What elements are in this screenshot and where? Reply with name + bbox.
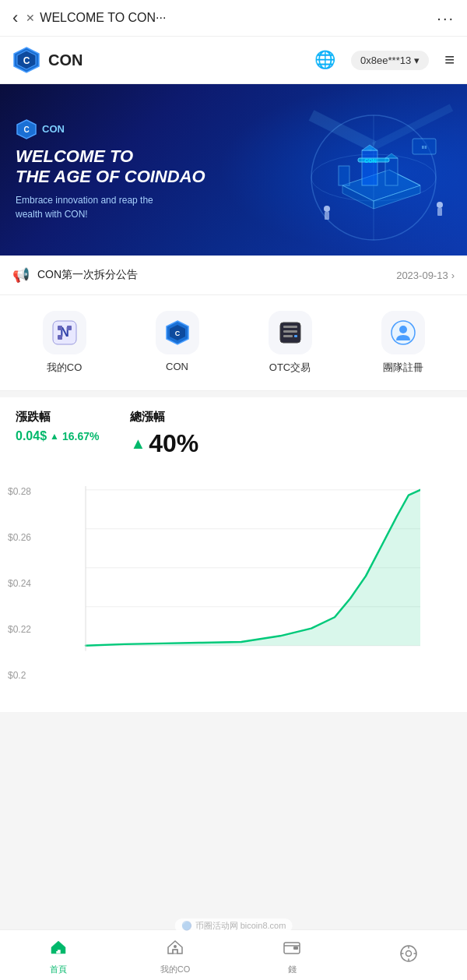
y-label-2: $0.22 bbox=[8, 624, 31, 635]
bottom-nav: 首頁 我的CO 錢 bbox=[0, 929, 467, 980]
y-axis-labels: $0.28 $0.26 $0.24 $0.22 $0.2 bbox=[8, 486, 31, 681]
svg-rect-28 bbox=[58, 326, 62, 330]
svg-rect-29 bbox=[67, 326, 72, 330]
watermark: 🔵 币圈活动网 bicoin8.com bbox=[175, 918, 293, 933]
action-otc[interactable]: OTC交易 bbox=[259, 311, 321, 375]
app-name-label: CON bbox=[48, 51, 307, 69]
back-button[interactable]: ‹ bbox=[12, 8, 18, 28]
svg-text:lllll: lllll bbox=[422, 145, 427, 150]
svg-rect-23 bbox=[437, 208, 442, 216]
total-arrow: ▲ bbox=[130, 435, 146, 453]
action-my-co[interactable]: N 我的CO bbox=[33, 311, 96, 375]
nav-home-label: 首頁 bbox=[50, 964, 67, 975]
banner-decoration: CON lllll bbox=[218, 84, 467, 256]
app-header: C CON 🌐 0x8ee***13 ▾ ≡ bbox=[0, 37, 467, 84]
nav-my-co-icon bbox=[166, 938, 184, 961]
total-value: ▲ 40% bbox=[130, 429, 198, 458]
total-pct-text: 40% bbox=[149, 429, 198, 458]
nav-wallet-icon bbox=[283, 938, 301, 961]
action-team[interactable]: 團隊註冊 bbox=[372, 311, 434, 375]
total-stat: 總漲幅 ▲ 40% bbox=[130, 410, 198, 458]
wallet-address-button[interactable]: 0x8ee***13 ▾ bbox=[351, 51, 429, 70]
svg-text:C: C bbox=[174, 330, 180, 337]
svg-rect-52 bbox=[293, 947, 298, 950]
svg-line-24 bbox=[311, 115, 374, 146]
nav-my-co[interactable]: 我的CO bbox=[148, 938, 202, 975]
chart-svg bbox=[47, 486, 420, 681]
team-label: 團隊註冊 bbox=[383, 361, 423, 375]
announcement-date: 2023-09-13 › bbox=[396, 270, 455, 281]
action-con[interactable]: C CON bbox=[146, 311, 209, 375]
hero-banner: C CON WELCOME TO THE AGE OF COINDAO Embr… bbox=[0, 84, 467, 256]
svg-rect-35 bbox=[283, 326, 297, 328]
more-button[interactable]: ··· bbox=[437, 9, 455, 27]
y-label-4: $0.26 bbox=[8, 532, 31, 543]
app-logo: C bbox=[12, 46, 40, 74]
svg-rect-48 bbox=[55, 950, 58, 951]
change-label: 漲跌幅 bbox=[16, 410, 99, 425]
total-label: 總漲幅 bbox=[130, 410, 198, 425]
change-value: 0.04$ ▲ 16.67% bbox=[16, 429, 99, 443]
svg-point-50 bbox=[174, 945, 177, 948]
y-label-1: $0.2 bbox=[8, 670, 31, 681]
banner-con-label: CON bbox=[42, 123, 65, 135]
nav-profile[interactable] bbox=[381, 944, 436, 970]
team-icon-wrap bbox=[381, 311, 425, 354]
otc-label: OTC交易 bbox=[269, 361, 311, 375]
dropdown-icon: ▾ bbox=[414, 55, 420, 66]
quick-actions-grid: N 我的CO C CON bbox=[0, 295, 467, 391]
y-label-3: $0.24 bbox=[8, 578, 31, 589]
svg-text:C: C bbox=[23, 55, 30, 66]
announcement-date-text: 2023-09-13 bbox=[396, 270, 448, 281]
menu-icon[interactable]: ≡ bbox=[444, 50, 455, 70]
browser-bar: ‹ ✕ WELCOME TO CON··· ··· bbox=[0, 0, 467, 37]
change-amount: 0.04$ bbox=[16, 429, 47, 443]
otc-icon-wrap bbox=[269, 311, 312, 354]
svg-rect-11 bbox=[362, 150, 377, 185]
watermark-icon: 🔵 bbox=[181, 921, 192, 931]
chart-area: $0.28 $0.26 $0.24 $0.22 $0.2 bbox=[0, 478, 467, 712]
watermark-text: 币圈活动网 bicoin8.com bbox=[195, 920, 286, 932]
banner-title-line2: THE AGE OF COINDAO bbox=[16, 167, 205, 187]
tab-title: ✕ WELCOME TO CON··· bbox=[26, 11, 429, 25]
banner-title: WELCOME TO THE AGE OF COINDAO bbox=[16, 146, 205, 188]
banner-text: C CON WELCOME TO THE AGE OF COINDAO Embr… bbox=[16, 118, 205, 222]
svg-text:C: C bbox=[23, 125, 29, 134]
my-co-label: 我的CO bbox=[47, 361, 83, 375]
change-stat: 漲跌幅 0.04$ ▲ 16.67% bbox=[16, 410, 99, 458]
svg-point-40 bbox=[399, 326, 407, 333]
nav-home[interactable]: 首頁 bbox=[31, 938, 86, 975]
announcement-bar[interactable]: 📢 CON第一次拆分公告 2023-09-13 › bbox=[0, 256, 467, 295]
page-title: WELCOME TO CON··· bbox=[40, 11, 166, 25]
svg-text:CON: CON bbox=[364, 158, 377, 164]
svg-rect-15 bbox=[339, 166, 349, 185]
svg-rect-30 bbox=[58, 335, 62, 340]
nav-wallet[interactable]: 錢 bbox=[265, 938, 319, 975]
announcement-text: CON第一次拆分公告 bbox=[37, 268, 388, 282]
wallet-address-text: 0x8ee***13 bbox=[360, 55, 411, 66]
svg-point-22 bbox=[437, 202, 443, 208]
svg-rect-38 bbox=[294, 335, 297, 337]
nav-profile-icon bbox=[399, 944, 418, 968]
y-label-5: $0.28 bbox=[8, 486, 31, 497]
globe-icon[interactable]: 🌐 bbox=[314, 50, 335, 70]
svg-rect-37 bbox=[283, 335, 293, 337]
svg-rect-36 bbox=[283, 330, 297, 333]
price-chart: $0.28 $0.26 $0.24 $0.22 $0.2 bbox=[0, 471, 467, 712]
change-arrow: ▲ bbox=[50, 431, 59, 442]
svg-point-20 bbox=[324, 206, 330, 212]
home-icon bbox=[49, 938, 68, 961]
svg-rect-21 bbox=[325, 212, 329, 220]
announcement-icon: 📢 bbox=[12, 266, 30, 284]
nav-wallet-label: 錢 bbox=[288, 964, 297, 975]
banner-logo-icon: C bbox=[16, 118, 37, 140]
nav-my-co-label: 我的CO bbox=[160, 964, 191, 975]
announcement-chevron: › bbox=[451, 270, 455, 281]
banner-logo-row: C CON bbox=[16, 118, 205, 140]
con-label: CON bbox=[166, 361, 188, 372]
svg-point-55 bbox=[406, 950, 412, 956]
banner-title-line1: WELCOME TO bbox=[16, 146, 205, 167]
stats-section: 漲跌幅 0.04$ ▲ 16.67% 總漲幅 ▲ 40% bbox=[0, 397, 467, 471]
close-tab-icon[interactable]: ✕ bbox=[26, 12, 35, 24]
con-icon-wrap: C bbox=[156, 311, 199, 354]
